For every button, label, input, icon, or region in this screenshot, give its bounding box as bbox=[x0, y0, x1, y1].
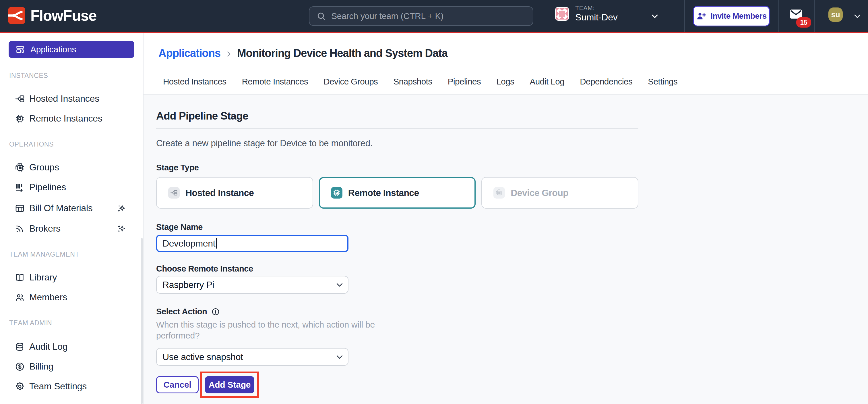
application-tabs: Hosted Instances Remote Instances Device… bbox=[163, 77, 868, 94]
sidebar-item-applications[interactable]: Applications bbox=[9, 41, 134, 58]
stage-type-remote-instance-selected[interactable]: Remote Instance bbox=[319, 177, 476, 209]
sidebar-item-remote-instances[interactable]: Remote Instances bbox=[15, 113, 135, 124]
annotation-highlight-box: Add Stage bbox=[200, 372, 259, 398]
text-cursor bbox=[216, 238, 217, 249]
page-header: Applications Monitoring Device Health an… bbox=[144, 33, 868, 94]
stage-name-value: Development bbox=[162, 238, 215, 249]
tab-device-groups[interactable]: Device Groups bbox=[323, 77, 378, 86]
flowfuse-app: FlowFuse Search your team (CTRL + K) bbox=[0, 0, 868, 404]
sidebar-item-label: Audit Log bbox=[29, 341, 67, 352]
tab-logs[interactable]: Logs bbox=[496, 77, 514, 86]
form-description: Create a new pipeline stage for Device t… bbox=[156, 138, 639, 149]
team-search-input[interactable]: Search your team (CTRL + K) bbox=[309, 6, 533, 26]
remote-instance-select[interactable]: Raspberry Pi bbox=[156, 276, 348, 294]
sidebar-item-label: Bill Of Materials bbox=[29, 203, 93, 213]
sidebar: Applications INSTANCES Hosted Instances bbox=[0, 33, 144, 404]
stage-name-input[interactable]: Development bbox=[156, 235, 348, 252]
team-settings-icon bbox=[15, 382, 25, 392]
info-icon[interactable] bbox=[211, 307, 220, 316]
sidebar-item-audit-log[interactable]: Audit Log bbox=[15, 341, 135, 352]
sidebar-scrollbar[interactable] bbox=[141, 238, 143, 404]
tab-snapshots[interactable]: Snapshots bbox=[393, 77, 432, 86]
sidebar-section-title: TEAM MANAGEMENT bbox=[9, 251, 143, 258]
invite-members-icon bbox=[696, 11, 706, 21]
hosted-instances-icon bbox=[15, 94, 25, 104]
user-avatar[interactable]: su bbox=[828, 7, 843, 22]
team-label: TEAM: bbox=[575, 5, 618, 11]
select-action-helper: When this stage is pushed to the next, w… bbox=[156, 319, 639, 341]
select-chevron-down-icon bbox=[335, 352, 344, 361]
main-area: Applications Monitoring Device Health an… bbox=[144, 33, 868, 404]
form-title: Add Pipeline Stage bbox=[156, 110, 639, 122]
flowfuse-logo[interactable]: FlowFuse bbox=[8, 7, 96, 24]
breadcrumb-chevron-right-icon bbox=[225, 50, 232, 58]
stage-type-option-label: Remote Instance bbox=[348, 187, 419, 198]
sidebar-item-label: Pipelines bbox=[29, 182, 66, 193]
topbar-divider bbox=[778, 0, 779, 32]
sidebar-item-team-settings[interactable]: Team Settings bbox=[15, 381, 135, 392]
sidebar-item-label: Brokers bbox=[29, 223, 61, 234]
sidebar-item-brokers[interactable]: Brokers bbox=[15, 223, 135, 234]
sparkles-icon bbox=[117, 224, 126, 233]
stage-type-options: Hosted Instance Rem bbox=[156, 177, 639, 209]
stage-name-label: Stage Name bbox=[156, 222, 639, 232]
sidebar-item-label: Members bbox=[29, 292, 67, 302]
remote-instance-value: Raspberry Pi bbox=[162, 280, 214, 290]
tab-dependencies[interactable]: Dependencies bbox=[580, 77, 632, 86]
stage-type-label: Stage Type bbox=[156, 163, 639, 172]
stage-type-option-label: Hosted Instance bbox=[185, 187, 254, 198]
sidebar-item-label: Remote Instances bbox=[29, 113, 102, 124]
stage-type-device-group-disabled: Device Group bbox=[482, 177, 639, 209]
add-pipeline-stage-panel: Add Pipeline Stage Create a new pipeline… bbox=[144, 94, 868, 398]
invite-members-button[interactable]: Invite Members bbox=[693, 6, 770, 26]
sidebar-item-library[interactable]: Library bbox=[15, 272, 135, 283]
cancel-button[interactable]: Cancel bbox=[156, 376, 198, 393]
sidebar-item-label: Team Settings bbox=[29, 381, 87, 392]
stage-type-hosted-instance[interactable]: Hosted Instance bbox=[156, 177, 313, 209]
tab-pipelines[interactable]: Pipelines bbox=[448, 77, 481, 86]
team-avatar bbox=[555, 7, 569, 21]
sidebar-item-label: Library bbox=[29, 272, 57, 283]
team-selector[interactable]: TEAM: Sumit-Dev bbox=[555, 0, 618, 32]
tab-remote-instances[interactable]: Remote Instances bbox=[242, 77, 308, 86]
sidebar-section-title: INSTANCES bbox=[9, 72, 143, 80]
hosted-instance-icon bbox=[168, 187, 180, 199]
sidebar-section-title: OPERATIONS bbox=[9, 141, 143, 148]
remote-instance-icon bbox=[331, 187, 342, 199]
bill-of-materials-icon bbox=[15, 203, 25, 213]
sidebar-item-members[interactable]: Members bbox=[15, 292, 135, 302]
sidebar-section-title: TEAM ADMIN bbox=[9, 319, 143, 327]
sidebar-item-hosted-instances[interactable]: Hosted Instances bbox=[15, 93, 135, 104]
device-group-icon bbox=[493, 187, 505, 199]
sidebar-item-bill-of-materials[interactable]: Bill Of Materials bbox=[15, 203, 135, 213]
sidebar-item-billing[interactable]: Billing bbox=[15, 361, 135, 372]
sidebar-item-label: Applications bbox=[30, 45, 76, 54]
sidebar-item-pipelines[interactable]: Pipelines bbox=[15, 182, 135, 193]
breadcrumb: Applications Monitoring Device Health an… bbox=[144, 33, 868, 59]
sidebar-item-groups[interactable]: Groups bbox=[15, 162, 135, 173]
select-action-label: Select Action bbox=[156, 307, 639, 316]
library-icon bbox=[15, 273, 25, 283]
select-chevron-down-icon bbox=[335, 281, 344, 289]
tab-audit-log[interactable]: Audit Log bbox=[530, 77, 565, 86]
topbar-divider bbox=[541, 0, 541, 32]
search-icon bbox=[316, 11, 326, 21]
action-select[interactable]: Use active snapshot bbox=[156, 348, 348, 366]
breadcrumb-applications-link[interactable]: Applications bbox=[158, 47, 220, 59]
sidebar-item-label: Billing bbox=[29, 361, 53, 372]
user-menu-chevron-down-icon[interactable] bbox=[853, 10, 862, 22]
sidebar-item-label: Hosted Instances bbox=[29, 93, 99, 104]
search-placeholder: Search your team (CTRL + K) bbox=[331, 11, 443, 21]
notifications-button[interactable]: 15 bbox=[790, 9, 802, 19]
pipelines-icon bbox=[15, 182, 25, 192]
choose-remote-instance-label: Choose Remote Instance bbox=[156, 264, 639, 273]
tab-hosted-instances[interactable]: Hosted Instances bbox=[163, 77, 226, 86]
team-chevron-down-icon[interactable] bbox=[650, 10, 659, 22]
members-icon bbox=[15, 292, 25, 302]
brand-name: FlowFuse bbox=[30, 7, 96, 24]
notification-count-badge: 15 bbox=[796, 17, 811, 28]
add-stage-button[interactable]: Add Stage bbox=[205, 376, 254, 393]
form-actions: Cancel Add Stage bbox=[156, 372, 639, 398]
tab-settings[interactable]: Settings bbox=[648, 77, 677, 86]
billing-icon bbox=[15, 362, 25, 372]
